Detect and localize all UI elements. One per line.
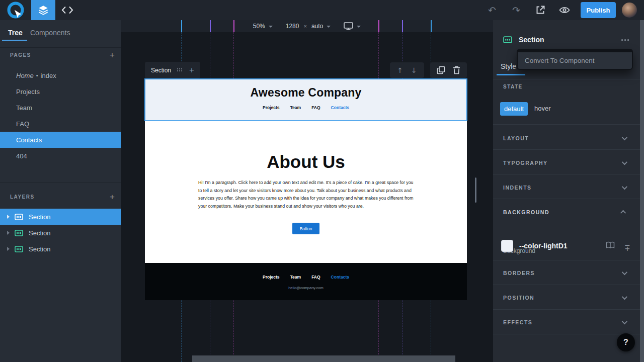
layer-row-section-2[interactable]: Section xyxy=(0,225,121,241)
duplicate-icon[interactable] xyxy=(437,66,445,74)
add-element-button[interactable]: + xyxy=(189,66,194,74)
remove-background-button[interactable]: − xyxy=(624,240,630,251)
preview-button[interactable] xyxy=(552,0,577,20)
about-heading[interactable]: About Us xyxy=(145,152,467,172)
sidebar-item-home[interactable]: Home • index xyxy=(0,67,121,83)
chevron-up-icon xyxy=(620,210,626,215)
viewport-size-control[interactable]: 1280 × auto xyxy=(286,23,331,30)
page-artboard: Awesome Company Projects Team FAQ Contac… xyxy=(145,79,467,300)
add-page-button[interactable]: + xyxy=(110,51,115,59)
accordion-indents[interactable]: INDENTS xyxy=(493,175,640,200)
panel-divider xyxy=(493,334,640,334)
pages-section-header: PAGES + xyxy=(10,50,115,59)
accordion-background[interactable]: BACKGROUND xyxy=(493,200,640,224)
cta-button[interactable]: Button xyxy=(292,223,319,234)
footer-link-faq[interactable]: FAQ xyxy=(311,275,320,280)
move-up-button[interactable]: ↑ xyxy=(397,66,403,74)
breakpoint-marker[interactable] xyxy=(233,20,234,32)
sidebar-item-team[interactable]: Team xyxy=(0,100,121,116)
layers-panel-button[interactable] xyxy=(31,0,55,20)
expand-caret-icon[interactable] xyxy=(7,247,10,251)
move-down-button[interactable]: ↓ xyxy=(411,66,417,74)
footer-link-projects[interactable]: Projects xyxy=(263,275,280,280)
design-canvas: 50% 1280 × auto Section + ↑ ↓ xyxy=(121,20,493,362)
accordion-label: BORDERS xyxy=(503,270,535,276)
background-color-value[interactable]: --color-lightD1 xyxy=(519,242,568,250)
panel-divider xyxy=(493,79,640,79)
accordion-typography[interactable]: TYPOGRAPHY xyxy=(493,150,640,175)
style-guide-book-icon[interactable] xyxy=(606,241,615,249)
inspector-scrollbar[interactable] xyxy=(640,20,644,362)
footer-link-contacts[interactable]: Contacts xyxy=(331,275,349,280)
page-label: Contacts xyxy=(16,136,42,144)
expand-caret-icon[interactable] xyxy=(7,215,10,219)
breakpoint-marker[interactable] xyxy=(431,20,432,32)
sidebar-item-projects[interactable]: Projects xyxy=(0,83,121,100)
nav-link-team[interactable]: Team xyxy=(290,105,301,110)
sidebar-divider xyxy=(0,182,121,183)
menu-item-convert-to-component[interactable]: Convert To Component xyxy=(518,52,632,69)
page-label: 404 xyxy=(16,152,27,160)
nav-link-projects[interactable]: Projects xyxy=(263,105,280,110)
multiply-icon: × xyxy=(303,23,306,29)
nav-link-contacts[interactable]: Contacts xyxy=(331,105,349,110)
breakpoint-marker[interactable] xyxy=(402,20,403,32)
move-element-chip: ↑ ↓ xyxy=(390,62,424,78)
tab-style[interactable]: Style xyxy=(501,62,516,70)
home-dot-separator: • xyxy=(36,72,38,78)
canvas-section-footer[interactable]: Projects Team FAQ Contacts hello@company… xyxy=(145,263,467,300)
nav-link-faq[interactable]: FAQ xyxy=(311,105,320,110)
viewport-height-value[interactable]: auto xyxy=(311,23,323,30)
delete-icon[interactable] xyxy=(453,66,460,74)
help-button[interactable]: ? xyxy=(617,333,635,351)
canvas-horizontal-scrollbar[interactable] xyxy=(192,355,455,362)
element-menu-button[interactable] xyxy=(619,37,631,43)
viewport-width-value[interactable]: 1280 xyxy=(286,23,299,30)
state-hover-option[interactable]: hover xyxy=(534,105,551,112)
state-default-option[interactable]: default xyxy=(500,102,528,116)
accordion-position[interactable]: POSITION xyxy=(493,285,640,310)
breakpoint-marker[interactable] xyxy=(378,20,379,32)
device-select[interactable] xyxy=(344,22,361,30)
user-avatar[interactable] xyxy=(622,3,637,18)
chevron-down-icon xyxy=(622,294,627,299)
site-title[interactable]: Awesome Company xyxy=(145,79,467,100)
layer-label: Section xyxy=(29,213,50,221)
publish-button[interactable]: Publish xyxy=(581,2,616,18)
tab-components[interactable]: Components xyxy=(30,29,70,37)
code-view-button[interactable] xyxy=(55,0,79,20)
breakpoint-marker[interactable] xyxy=(181,20,182,32)
layer-row-section-3[interactable]: Section xyxy=(0,241,121,257)
inspector-header: Section xyxy=(503,34,631,45)
accordion-borders[interactable]: BORDERS xyxy=(493,260,640,285)
inspector-element-title: Section xyxy=(519,36,544,44)
drag-handle-icon[interactable] xyxy=(177,68,183,72)
sidebar-item-faq[interactable]: FAQ xyxy=(0,116,121,132)
footer-email[interactable]: hello@company.com xyxy=(145,286,467,290)
sidebar-item-contacts[interactable]: Contacts xyxy=(0,132,121,148)
footer-link-team[interactable]: Team xyxy=(290,275,301,280)
undo-button[interactable]: ↶ xyxy=(480,0,504,20)
redo-button[interactable]: ↷ xyxy=(504,0,528,20)
chevron-down-icon xyxy=(327,26,331,28)
background-color-swatch[interactable] xyxy=(501,240,513,252)
accordion-layout[interactable]: LAYOUT xyxy=(493,126,640,150)
app-logo[interactable] xyxy=(0,0,31,20)
add-layer-button[interactable]: + xyxy=(110,193,115,201)
code-icon xyxy=(61,6,73,14)
section-layer-icon xyxy=(15,214,23,220)
canvas-section-header[interactable]: Awesome Company Projects Team FAQ Contac… xyxy=(145,79,467,121)
expand-caret-icon[interactable] xyxy=(7,231,10,235)
breakpoint-marker[interactable] xyxy=(210,20,211,32)
about-paragraph[interactable]: Hi! I'm a paragraph. Click here to add y… xyxy=(198,179,414,210)
accordion-effects[interactable]: EFFECTS xyxy=(493,310,640,334)
sidebar-item-404[interactable]: 404 xyxy=(0,148,121,164)
tab-tree[interactable]: Tree xyxy=(8,29,23,37)
canvas-section-about[interactable]: About Us Hi! I'm a paragraph. Click here… xyxy=(145,121,467,263)
left-sidebar: Tree Components PAGES + Home • index Pro… xyxy=(0,20,121,362)
share-button[interactable] xyxy=(528,0,552,20)
canvas-vertical-scrollbar[interactable] xyxy=(475,177,476,203)
zoom-select[interactable]: 50% xyxy=(253,23,273,30)
layer-row-section-1[interactable]: Section xyxy=(0,209,121,225)
home-page-label: Home xyxy=(16,72,34,79)
